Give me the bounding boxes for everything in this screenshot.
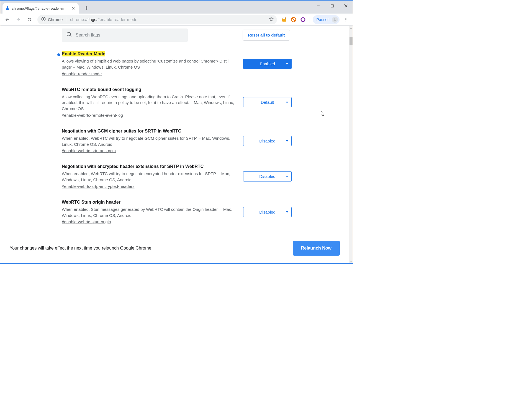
flag-select[interactable]: Disabled▼ xyxy=(243,207,292,217)
flag-select[interactable]: Disabled▼ xyxy=(243,136,292,146)
flag-select[interactable]: Enabled▼ xyxy=(243,59,292,69)
page-viewport: Reset all to default Enable Reader ModeA… xyxy=(0,26,353,263)
search-flags-box[interactable] xyxy=(62,28,188,42)
chip-divider xyxy=(66,17,66,22)
flag-select-value: Default xyxy=(261,100,274,105)
browser-toolbar: Chrome chrome://flags/#enable-reader-mod… xyxy=(0,14,353,26)
flag-title: Negotiation with GCM cipher suites for S… xyxy=(62,129,181,133)
modified-dot-icon xyxy=(57,53,60,56)
svg-point-7 xyxy=(345,18,346,19)
flag-title: Negotiation with encrypted header extens… xyxy=(62,164,204,169)
tab-title: chrome://flags/#enable-reader-m xyxy=(12,6,71,11)
flag-text: WebRTC remote-bound event loggingAllow c… xyxy=(62,87,238,118)
flag-anchor-link[interactable]: #enable-webrtc-srtp-aes-gcm xyxy=(62,148,116,153)
flag-select-wrap: Disabled▼ xyxy=(243,164,292,189)
reset-label: Reset all to default xyxy=(248,33,285,37)
flag-description: When enabled, Stun messages generated by… xyxy=(62,206,238,219)
scroll-up-icon[interactable]: ▲ xyxy=(349,26,353,30)
chevron-down-icon: ▼ xyxy=(286,62,289,65)
chevron-down-icon: ▼ xyxy=(286,139,289,142)
flags-list: Enable Reader ModeAllows viewing of simp… xyxy=(0,44,349,233)
maximize-button[interactable] xyxy=(325,1,339,11)
extension-icon-2[interactable] xyxy=(290,16,297,24)
relaunch-button-label: Relaunch Now xyxy=(301,246,331,251)
flag-select-wrap: Disabled▼ xyxy=(243,200,292,224)
close-window-button[interactable] xyxy=(339,1,353,11)
close-tab-icon[interactable] xyxy=(71,6,76,11)
flag-text: Negotiation with GCM cipher suites for S… xyxy=(62,129,238,153)
vertical-scrollbar[interactable]: ▲ ▼ xyxy=(349,26,353,263)
flag-item: Negotiation with encrypted header extens… xyxy=(62,164,292,189)
minimize-button[interactable] xyxy=(311,1,325,11)
flag-item: WebRTC Stun origin headerWhen enabled, S… xyxy=(62,200,292,224)
flag-text: Enable Reader ModeAllows viewing of simp… xyxy=(62,51,238,76)
search-icon xyxy=(66,32,72,38)
flag-item: Negotiation with GCM cipher suites for S… xyxy=(62,129,292,153)
flag-select[interactable]: Default▼ xyxy=(243,97,292,107)
bookmark-star-icon[interactable] xyxy=(269,17,274,22)
flag-select-wrap: Disabled▼ xyxy=(243,129,292,153)
url-text: chrome://flags/#enable-reader-mode xyxy=(70,17,137,22)
flag-item: Enable Reader ModeAllows viewing of simp… xyxy=(62,51,292,76)
profile-chip[interactable]: Paused xyxy=(313,15,340,24)
site-chip-label: Chrome xyxy=(48,17,63,22)
chevron-down-icon: ▼ xyxy=(286,175,289,178)
flag-title: WebRTC Stun origin header xyxy=(62,200,120,204)
back-button[interactable] xyxy=(2,15,12,24)
flag-description: When enabled, WebRTC will try to negotia… xyxy=(62,135,238,147)
reload-button[interactable] xyxy=(25,15,34,24)
scroll-down-icon[interactable]: ▼ xyxy=(349,260,353,263)
titlebar: chrome://flags/#enable-reader-m xyxy=(0,1,353,14)
chevron-down-icon: ▼ xyxy=(286,210,289,214)
flag-select-value: Disabled xyxy=(259,139,275,143)
flag-anchor-link[interactable]: #enable-reader-mode xyxy=(62,71,102,76)
avatar-icon xyxy=(332,17,338,23)
extension-icon-3[interactable] xyxy=(299,16,307,24)
relaunch-button[interactable]: Relaunch Now xyxy=(293,241,340,256)
flag-text: Negotiation with encrypted header extens… xyxy=(62,164,238,189)
flag-anchor-link[interactable]: #enable-webrtc-stun-origin xyxy=(62,219,111,224)
flag-description: When enabled, WebRTC will try to negotia… xyxy=(62,171,238,183)
flag-select-value: Disabled xyxy=(259,210,275,214)
site-chip: Chrome xyxy=(41,17,67,22)
forward-button[interactable] xyxy=(14,15,23,24)
chrome-menu-button[interactable] xyxy=(341,15,351,24)
chrome-logo-icon xyxy=(41,17,46,22)
flag-select-value: Enabled xyxy=(260,61,275,66)
extension-icon-1[interactable] xyxy=(280,16,288,24)
flag-select[interactable]: Disabled▼ xyxy=(243,171,292,181)
svg-point-2 xyxy=(43,18,44,20)
svg-point-10 xyxy=(67,32,71,36)
svg-point-5 xyxy=(301,18,305,22)
profile-status-label: Paused xyxy=(317,17,330,22)
toolbar-divider xyxy=(310,17,310,23)
address-bar[interactable]: Chrome chrome://flags/#enable-reader-mod… xyxy=(37,15,277,24)
flag-description: Allows viewing of simplified web pages b… xyxy=(62,58,238,70)
flag-description: Allow collecting WebRTC event logs and u… xyxy=(62,94,238,112)
svg-point-6 xyxy=(334,18,336,20)
flag-select-wrap: Default▼ xyxy=(243,87,292,118)
window-controls xyxy=(311,1,353,11)
flask-icon xyxy=(5,6,10,11)
scrollbar-thumb[interactable] xyxy=(349,37,353,45)
flag-text: WebRTC Stun origin headerWhen enabled, S… xyxy=(62,200,238,224)
svg-rect-0 xyxy=(331,5,333,7)
flag-select-value: Disabled xyxy=(259,174,275,179)
flag-item: WebRTC remote-bound event loggingAllow c… xyxy=(62,87,292,118)
reset-all-button[interactable]: Reset all to default xyxy=(243,30,290,41)
flag-title: WebRTC remote-bound event logging xyxy=(62,87,141,92)
svg-rect-3 xyxy=(282,19,286,22)
chevron-down-icon: ▼ xyxy=(286,101,289,104)
new-tab-button[interactable] xyxy=(82,4,91,12)
flag-anchor-link[interactable]: #enable-webrtc-remote-event-log xyxy=(62,113,123,118)
search-input[interactable] xyxy=(76,33,183,38)
svg-point-9 xyxy=(345,20,346,21)
relaunch-bar: Your changes will take effect the next t… xyxy=(0,233,349,263)
flag-anchor-link[interactable]: #enable-webrtc-srtp-encrypted-headers xyxy=(62,184,135,189)
svg-point-8 xyxy=(345,19,346,20)
flag-select-wrap: Enabled▼ xyxy=(243,51,292,76)
flags-header: Reset all to default xyxy=(0,26,353,44)
relaunch-message: Your changes will take effect the next t… xyxy=(10,246,153,251)
browser-tab[interactable]: chrome://flags/#enable-reader-m xyxy=(2,3,79,14)
flag-title: Enable Reader Mode xyxy=(62,51,105,56)
